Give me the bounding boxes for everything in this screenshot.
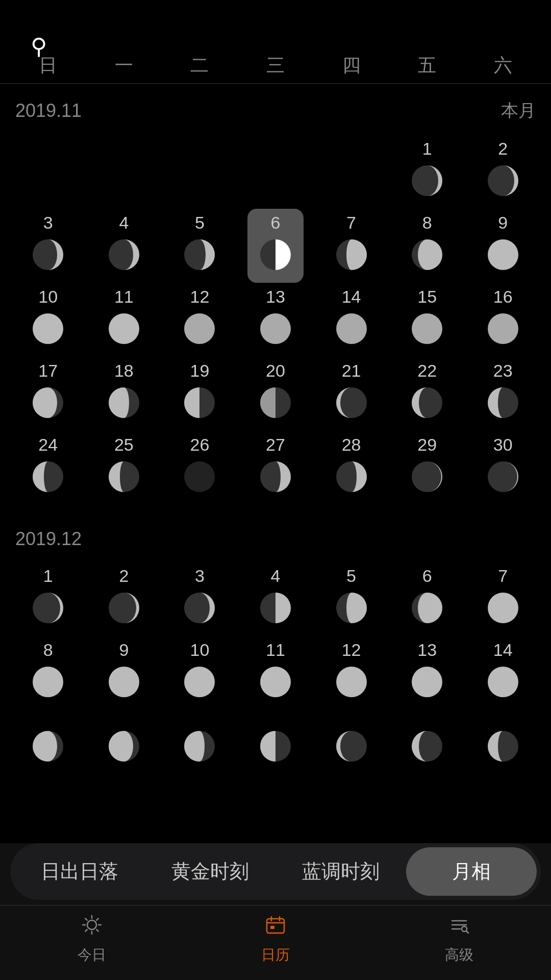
cal-cell[interactable]: 30 [465, 429, 541, 503]
weekday-cell: 一 [86, 53, 162, 78]
tab-item-高级[interactable]: 高级 [367, 914, 551, 965]
cal-cell[interactable]: 9 [465, 207, 541, 281]
cal-cell[interactable]: 29 [389, 429, 465, 503]
day-number: 5 [346, 566, 356, 586]
moon-phase-icon [30, 664, 66, 700]
svg-point-40 [260, 667, 291, 697]
cal-cell[interactable]: 18 [86, 355, 162, 429]
cal-cell[interactable]: 7 [465, 560, 541, 634]
weekday-row: 日一二三四五六 [0, 43, 551, 84]
moon-phase-icon [485, 163, 521, 199]
list-icon [448, 914, 470, 941]
day-number: 9 [119, 640, 129, 660]
cal-cell[interactable]: 2 [86, 560, 162, 634]
cal-cell[interactable]: 22 [389, 355, 465, 429]
moon-phase-icon [334, 590, 369, 626]
day-number: 3 [43, 213, 53, 233]
cal-cell[interactable]: 11 [238, 634, 314, 708]
peek-cell [162, 723, 238, 769]
cal-cell[interactable]: 5 [162, 207, 238, 281]
moon-phase-icon [106, 311, 142, 347]
svg-point-36 [488, 593, 518, 623]
moon-phase-icon [409, 237, 445, 273]
cal-cell[interactable]: 21 [313, 355, 389, 429]
cal-cell[interactable]: 3 [162, 560, 238, 634]
svg-point-11 [184, 313, 215, 344]
moon-phase-icon [30, 385, 66, 421]
day-number: 28 [342, 435, 361, 455]
day-number: 2 [498, 139, 508, 159]
day-number: 5 [195, 213, 205, 233]
cal-cell[interactable]: 17 [10, 355, 86, 429]
day-number: 4 [271, 566, 281, 586]
moon-phase-icon [409, 163, 445, 199]
cal-cell[interactable]: 24 [10, 429, 86, 503]
svg-point-39 [184, 667, 215, 697]
cal-cell[interactable]: 1 [389, 133, 465, 207]
day-number: 11 [114, 287, 134, 307]
svg-line-59 [96, 918, 98, 920]
cal-cell[interactable]: 6 [389, 560, 465, 634]
cal-cell[interactable]: 4 [86, 207, 162, 281]
tab-bar: 今日日历高级 [0, 905, 551, 980]
cal-cell[interactable]: 13 [389, 634, 465, 708]
day-number: 8 [43, 640, 53, 660]
cal-cell[interactable]: 11 [86, 281, 162, 355]
day-number: 29 [417, 435, 437, 455]
mode-button[interactable]: 黄金时刻 [145, 847, 276, 896]
cal-cell[interactable]: 5 [313, 560, 389, 634]
weekday-cell: 日 [10, 53, 86, 78]
cal-cell[interactable]: 23 [465, 355, 541, 429]
tab-label: 今日 [78, 945, 106, 965]
cal-cell[interactable]: 27 [238, 429, 314, 503]
cal-cell[interactable]: 1 [10, 560, 86, 634]
cal-cell[interactable]: 19 [162, 355, 238, 429]
cal-cell-empty [238, 133, 314, 207]
cal-cell[interactable]: 28 [313, 429, 389, 503]
peek-cell [238, 723, 314, 769]
cal-cell[interactable]: 13 [238, 281, 314, 355]
cal-cell[interactable]: 20 [238, 355, 314, 429]
svg-point-9 [33, 313, 63, 344]
cal-cell[interactable]: 10 [10, 281, 86, 355]
day-number: 13 [417, 640, 437, 660]
mode-button[interactable]: 月相 [406, 847, 537, 896]
this-month-button[interactable]: 本月 [501, 99, 536, 122]
tab-item-今日[interactable]: 今日 [0, 914, 184, 965]
day-number: 23 [493, 361, 513, 381]
moon-phase-icon [30, 459, 66, 495]
moon-phase-icon [258, 664, 293, 700]
cal-cell[interactable]: 12 [313, 634, 389, 708]
cal-cell[interactable]: 14 [465, 634, 541, 708]
cal-cell[interactable]: 26 [162, 429, 238, 503]
cal-cell[interactable]: 8 [10, 634, 86, 708]
day-number: 6 [271, 213, 281, 233]
cal-cell[interactable]: 8 [389, 207, 465, 281]
cal-cell[interactable]: 25 [86, 429, 162, 503]
day-number: 3 [195, 566, 205, 586]
moon-phase-icon [334, 459, 369, 495]
cal-cell[interactable]: 16 [465, 281, 541, 355]
mode-button[interactable]: 蓝调时刻 [276, 847, 406, 896]
moon-phase-icon [258, 590, 293, 626]
moon-phase-icon [258, 385, 293, 421]
cal-cell[interactable]: 15 [389, 281, 465, 355]
moon-phase-icon [334, 664, 369, 700]
moon-phase-icon [182, 459, 217, 495]
cal-cell[interactable]: 9 [86, 634, 162, 708]
tab-item-日历[interactable]: 日历 [184, 914, 367, 965]
cal-cell[interactable]: 6 [238, 207, 314, 281]
day-number: 14 [342, 287, 361, 307]
mode-button[interactable]: 日出日落 [14, 847, 145, 896]
svg-line-69 [466, 931, 468, 933]
cal-cell[interactable]: 4 [238, 560, 314, 634]
cal-cell[interactable]: 7 [313, 207, 389, 281]
cal-cell[interactable]: 10 [162, 634, 238, 708]
month-label: 2019.11 [15, 100, 82, 121]
header: ⚲ [0, 0, 551, 43]
cal-cell[interactable]: 3 [10, 207, 86, 281]
cal-cell[interactable]: 2 [465, 133, 541, 207]
day-number: 30 [493, 435, 513, 455]
cal-cell[interactable]: 12 [162, 281, 238, 355]
cal-cell[interactable]: 14 [313, 281, 389, 355]
